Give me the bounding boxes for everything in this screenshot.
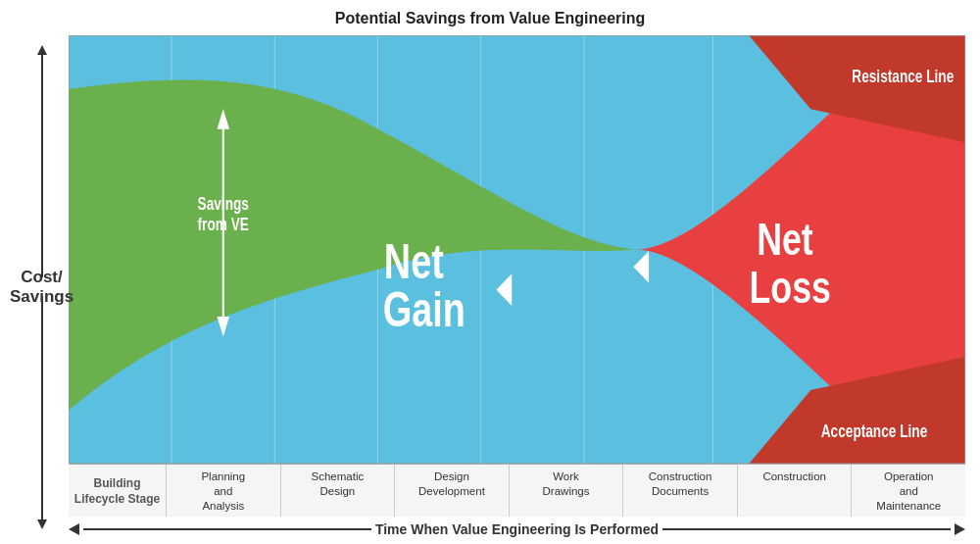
- svg-text:Acceptance Line: Acceptance Line: [821, 421, 928, 440]
- lifecycle-stage-label: Building Lifecycle Stage: [69, 465, 167, 517]
- svg-text:Gain: Gain: [383, 282, 466, 336]
- time-axis-row: Time When Value Engineering Is Performed: [69, 517, 965, 539]
- time-axis-line-right: [662, 528, 951, 530]
- stage-planning: Planning and Analysis: [167, 465, 281, 517]
- svg-text:Resistance Line: Resistance Line: [852, 67, 954, 85]
- stage-operation: Operation and Maintenance: [852, 465, 965, 517]
- y-axis-label: Cost/ Savings: [15, 35, 69, 539]
- stage-work-drawings: Work Drawings: [510, 465, 624, 517]
- chart-area: Cost/ Savings: [15, 35, 965, 539]
- time-axis-line: [83, 528, 371, 530]
- main-container: Potential Savings from Value Engineering…: [0, 0, 980, 544]
- arrow-right-icon: [955, 523, 965, 535]
- time-axis-label: Time When Value Engineering Is Performed: [375, 521, 659, 537]
- stage-construction: Construction: [738, 465, 853, 517]
- main-chart: Net Gain Net Loss Savings from VE: [69, 35, 965, 539]
- svg-text:Net: Net: [757, 213, 813, 265]
- stage-schematic: Schematic Design: [281, 465, 396, 517]
- chart-title: Potential Savings from Value Engineering: [15, 10, 965, 27]
- svg-text:Net: Net: [384, 234, 444, 288]
- arrow-left-icon: [69, 523, 79, 535]
- stage-labels-row: Building Lifecycle Stage Planning and An…: [69, 464, 965, 517]
- y-axis-text: Cost/ Savings: [10, 268, 74, 308]
- svg-chart: Net Gain Net Loss Savings from VE: [69, 35, 965, 464]
- stage-construction-docs: Construction Documents: [623, 465, 738, 517]
- svg-text:Loss: Loss: [749, 262, 830, 314]
- stage-design-dev: Design Development: [395, 465, 510, 517]
